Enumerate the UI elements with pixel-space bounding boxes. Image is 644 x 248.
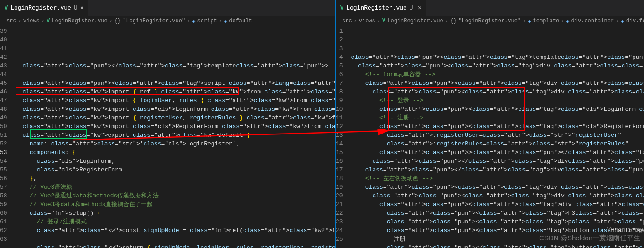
code-line[interactable]: name: class="attr">class="str">'class="c… [16,140,335,148]
code-line[interactable]: class="cls">LoginForm, [16,157,335,165]
code-editor[interactable]: 3940414243444546474849505152535455565758… [0,26,335,248]
breadcrumb-item[interactable]: views [359,18,375,24]
code-line[interactable]: class="fn">setup() { [16,209,335,217]
code-line[interactable]: class="attr">class="kw">import class="cl… [16,105,335,114]
line-number: 23 [336,217,343,226]
breadcrumb-icon: ◈ [192,18,195,25]
line-number: 24 [336,226,343,235]
code-line[interactable]: class="attr">class="pun"><class="attr">c… [351,217,644,226]
code-line[interactable]: <!-- form表单容器 --> [351,70,644,79]
breadcrumb-item[interactable]: src [6,18,16,24]
code-line[interactable]: class="attr">class="pun">>class="attr">c… [351,148,644,157]
close-icon[interactable]: × [418,5,421,12]
code-line[interactable]: class="attr">class="kw">const signUpMode… [16,226,335,235]
code-line[interactable]: }, [16,174,335,183]
line-number: 14 [336,140,343,148]
tab-filename: LoginRegister.vue [10,5,71,11]
code-line[interactable]: components: { [16,148,335,157]
code-area[interactable]: class="attr">class="pun"></class="attr">… [16,26,335,248]
code-line[interactable]: class="attr">class="pun"><class="attr">c… [351,53,644,62]
code-line[interactable]: class="attr">class="pun"><class="attr">c… [351,79,644,88]
code-line[interactable]: class="attr">class="pun"><class="attr">c… [351,226,644,235]
breadcrumb-separator: › [523,18,526,24]
code-line[interactable]: <!-- 注册 --> [351,114,644,122]
code-line[interactable] [16,70,335,79]
breadcrumb-separator: › [187,18,190,24]
breadcrumb-item[interactable]: default [229,18,252,24]
code-line[interactable]: class="attr">class="pun"></class="attr">… [351,243,644,248]
code-line[interactable]: 注册 [351,235,644,243]
line-number: 7 [336,79,343,88]
line-number: 6 [336,70,343,79]
code-line[interactable]: class="attr">class="pun"><class="attr">c… [351,122,644,131]
code-line[interactable]: class="attr">class="kw">export class="at… [16,131,335,140]
code-line[interactable]: class="cls">RegisterForm [16,165,335,174]
code-line[interactable]: class="attr">class="pun"><class="attr">c… [351,209,644,217]
code-line[interactable]: <!-- 登录 --> [351,96,644,105]
line-number: 25 [336,235,343,243]
breadcrumb-item[interactable]: "LoginRegister.vue" [123,18,185,24]
breadcrumb[interactable]: src › views › V LoginRegister.vue › {} "… [0,16,335,26]
code-line[interactable]: class="attr">class="pun"></class="attr">… [351,157,644,165]
code-line[interactable]: class="attr">class="kw">import class="cl… [16,122,335,131]
code-line[interactable]: class="attr">class="pun"><class="attr">c… [351,191,644,200]
code-line[interactable]: class="attr">class="kw">import { ref } c… [16,88,335,96]
code-line[interactable]: class="attr">class="pun"><class="attr">c… [351,62,644,70]
code-line[interactable]: class="attr">class="pun"><class="attr">c… [351,105,644,114]
breadcrumb-item[interactable]: src [342,18,352,24]
breadcrumb-item[interactable]: script [197,18,217,24]
breadcrumb-item[interactable]: div.container [571,18,614,24]
breadcrumb-separator: › [42,18,45,24]
vue-icon: V [5,5,8,11]
line-number: 46 [0,88,7,96]
breadcrumb-separator: › [354,18,357,24]
file-tab[interactable]: V LoginRegister.vue U × [336,0,426,16]
line-number: 50 [0,122,7,131]
code-editor[interactable]: 1234567891011121314151617181920212223242… [336,26,644,248]
editor-pane-right: V LoginRegister.vue U × src › views › V … [336,0,644,248]
code-area[interactable]: class="attr">class="pun"><class="attr">c… [351,26,644,248]
line-number: 3 [336,44,343,53]
line-number: 10 [336,105,343,114]
code-line[interactable]: // 登录/注册模式 [16,217,335,226]
code-line[interactable]: // Vue2是通过data和methods传递数据和方法 [16,191,335,200]
code-line[interactable]: class="attr">:registerUser=class="attr">… [351,131,644,140]
breadcrumb[interactable]: src › views › V LoginRegister.vue › {} "… [336,16,644,26]
breadcrumb-item[interactable]: views [23,18,40,24]
code-line[interactable]: class="attr">class="kw">import { loginUs… [16,96,335,105]
line-number: 21 [336,200,343,209]
code-line[interactable]: class="attr">class="pun"><class="attr">c… [351,183,644,191]
line-gutter: 1234567891011121314151617181920212223242… [336,26,351,248]
line-number: 11 [336,114,343,122]
line-number: 18 [336,174,343,183]
line-number: 59 [0,200,7,209]
code-line[interactable]: class="attr">class="pun"><class="attr">c… [351,88,644,96]
code-line[interactable]: class="attr">class="pun"></class="attr">… [351,165,644,174]
breadcrumb-icon: V [47,18,50,24]
line-number: 5 [336,62,343,70]
breadcrumb-item[interactable]: LoginRegister.vue [52,18,107,24]
file-tab[interactable]: V LoginRegister.vue U ● [0,0,88,16]
line-number: 39 [0,27,7,36]
code-line[interactable]: class="attr">class="kw">import { registe… [16,114,335,122]
line-number: 52 [0,140,7,148]
breadcrumb-item[interactable]: "LoginRegister.vue" [458,18,521,24]
code-line[interactable]: <!-- 左右切换动画 --> [351,174,644,183]
line-number: 48 [0,105,7,114]
breadcrumb-item[interactable]: LoginRegister.vue [387,18,443,24]
breadcrumb-item[interactable]: template [533,18,560,24]
breadcrumb-item[interactable]: div.form-conta [626,18,644,24]
line-number: 60 [0,209,7,217]
code-line[interactable]: class="attr">class="pun"><class="attr">c… [351,200,644,209]
code-line[interactable]: class="attr">:registerRules=class="attr"… [351,140,644,148]
code-line[interactable]: class="attr">class="kw">return { signUpM… [16,243,335,248]
code-line[interactable]: // Vue3将data和methods直接耦合在了一起 [16,200,335,209]
code-line[interactable]: // Vue3语法糖 [16,183,335,191]
breadcrumb-icon: ◈ [224,18,227,25]
code-line[interactable]: class="attr">class="pun"></class="attr">… [16,62,335,70]
code-line[interactable]: class="attr">class="pun"><class="attr">c… [16,79,335,88]
tab-dirty-icon: ● [80,5,84,11]
line-number: 40 [0,36,7,44]
breadcrumb-icon: ◈ [528,18,531,25]
code-line[interactable] [16,235,335,243]
